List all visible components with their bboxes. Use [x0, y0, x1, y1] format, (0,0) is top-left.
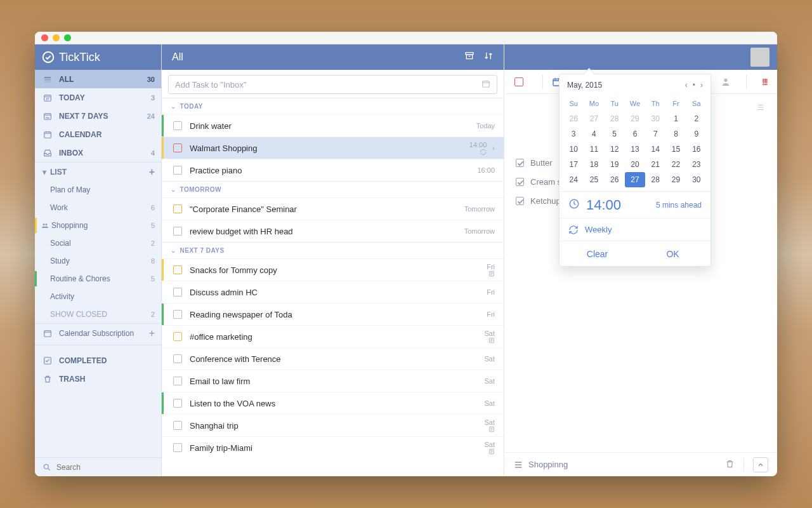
task-section-header[interactable]: ⌄NEXT 7 DAYS: [162, 242, 504, 258]
task-row[interactable]: Drink waterToday: [162, 114, 504, 137]
subtask-checkbox[interactable]: [516, 178, 524, 186]
sidebar-item-calendar[interactable]: CALENDAR: [35, 125, 161, 144]
next-month-button[interactable]: ›: [700, 81, 703, 90]
calendar-day[interactable]: 26: [605, 172, 625, 187]
calendar-day[interactable]: 1: [665, 111, 686, 126]
calendar-day[interactable]: 4: [584, 126, 604, 142]
detail-list-name[interactable]: Shoppinng: [528, 460, 568, 469]
add-task-input[interactable]: Add Task to "Inbox": [168, 75, 497, 94]
task-row[interactable]: Walmart Shopping14:00›: [162, 137, 504, 159]
task-section-header[interactable]: ⌄TOMORROW: [162, 181, 504, 197]
reminder-ahead[interactable]: 5 mins ahead: [656, 201, 702, 210]
window-close-button[interactable]: [41, 34, 48, 41]
sidebar-trash[interactable]: TRASH: [35, 370, 161, 388]
calendar-day[interactable]: 28: [645, 172, 665, 187]
task-checkbox[interactable]: [173, 399, 182, 408]
time-row[interactable]: 14:00 5 mins ahead: [560, 191, 710, 218]
task-row[interactable]: Snacks for Tommy copyFri: [162, 258, 504, 281]
calendar-day[interactable]: 27: [625, 172, 645, 187]
task-section-header[interactable]: ⌄TODAY: [162, 98, 504, 114]
detail-checkbox[interactable]: [514, 77, 523, 86]
prev-month-button[interactable]: ‹: [685, 81, 688, 90]
task-row[interactable]: Email to law firmSat: [162, 370, 504, 392]
sidebar-item-all[interactable]: ALL30: [35, 70, 161, 88]
sidebar-list-shoppinng[interactable]: Shoppinng5: [35, 217, 161, 234]
add-list-button[interactable]: +: [149, 166, 155, 178]
task-row[interactable]: Reading newspaper of TodaFri: [162, 303, 504, 325]
lines-icon[interactable]: [756, 103, 766, 114]
sidebar-list-social[interactable]: Social2: [35, 234, 161, 252]
sidebar-item-inbox[interactable]: INBOX4: [35, 144, 161, 162]
task-row[interactable]: review budget with HR headTomorrow: [162, 220, 504, 242]
sidebar-item-today[interactable]: 27TODAY3: [35, 88, 161, 107]
calendar-day[interactable]: 20: [625, 157, 645, 172]
calendar-day[interactable]: 17: [563, 157, 584, 172]
task-row[interactable]: Conference with TerenceSat: [162, 347, 504, 370]
calendar-day[interactable]: 5: [605, 126, 625, 142]
calendar-day[interactable]: 26: [563, 111, 584, 126]
task-checkbox[interactable]: [173, 377, 182, 385]
sidebar-list-plan-of-may[interactable]: Plan of May: [35, 181, 161, 199]
calendar-day[interactable]: 9: [686, 126, 707, 142]
window-maximize-button[interactable]: [64, 34, 71, 41]
user-avatar[interactable]: [750, 48, 769, 67]
calendar-day[interactable]: 14: [645, 142, 665, 157]
task-row[interactable]: Family trip-MiamiSat: [162, 436, 504, 458]
task-row[interactable]: Listen to the VOA newsSat: [162, 392, 504, 414]
search-input[interactable]: [56, 463, 152, 472]
task-row[interactable]: Discuss admin HCFri: [162, 281, 504, 303]
calendar-day[interactable]: 15: [665, 142, 686, 157]
calendar-day[interactable]: 16: [686, 142, 707, 157]
today-dot-button[interactable]: •: [693, 81, 695, 90]
task-row[interactable]: Practice piano16:00: [162, 159, 504, 181]
calendar-day[interactable]: 21: [645, 157, 665, 172]
calendar-day[interactable]: 13: [625, 142, 645, 157]
calendar-day[interactable]: 18: [584, 157, 604, 172]
time-value[interactable]: 14:00: [586, 197, 621, 213]
task-row[interactable]: Shanghai tripSat: [162, 414, 504, 436]
calendar-day[interactable]: 11: [584, 142, 604, 157]
sidebar-list-show-closed[interactable]: SHOW CLOSED2: [35, 305, 161, 323]
subtask-checkbox[interactable]: [516, 197, 524, 205]
repeat-row[interactable]: Weekly: [560, 218, 710, 241]
calendar-day[interactable]: 28: [605, 111, 625, 126]
sidebar-list-study[interactable]: Study8: [35, 252, 161, 270]
sidebar-search[interactable]: [35, 457, 161, 476]
assignee-icon[interactable]: [721, 77, 731, 87]
calendar-day[interactable]: 7: [645, 126, 665, 142]
subtask-checkbox[interactable]: [516, 159, 524, 167]
task-row[interactable]: #office marketingSat: [162, 325, 504, 347]
calendar-day[interactable]: 3: [563, 126, 584, 142]
calendar-day[interactable]: 10: [563, 142, 584, 157]
trash-icon[interactable]: [725, 459, 735, 471]
sort-icon[interactable]: [483, 51, 494, 64]
sidebar-calsub[interactable]: Calendar Subscription +: [35, 323, 161, 342]
task-checkbox[interactable]: [173, 421, 182, 430]
sidebar-list-routine-chores[interactable]: Routine & Chores5: [35, 270, 161, 288]
calendar-day[interactable]: 29: [665, 172, 686, 187]
calendar-day[interactable]: 12: [605, 142, 625, 157]
calendar-day[interactable]: 6: [625, 126, 645, 142]
calendar-day[interactable]: 30: [645, 111, 665, 126]
calendar-day[interactable]: 23: [686, 157, 707, 172]
archive-icon[interactable]: [464, 51, 475, 64]
sidebar-list-header[interactable]: ▾ LIST +: [35, 162, 161, 181]
task-checkbox[interactable]: [173, 265, 182, 274]
ok-button[interactable]: OK: [635, 241, 710, 266]
sidebar-list-work[interactable]: Work6: [35, 199, 161, 217]
task-checkbox[interactable]: [173, 204, 182, 213]
task-checkbox[interactable]: [173, 332, 182, 341]
calendar-day[interactable]: 27: [584, 111, 604, 126]
calendar-day[interactable]: 30: [686, 172, 707, 187]
calendar-day[interactable]: 24: [563, 172, 584, 187]
calendar-small-icon[interactable]: [481, 79, 490, 90]
window-minimize-button[interactable]: [53, 34, 60, 41]
task-checkbox[interactable]: [173, 310, 182, 319]
sidebar-completed[interactable]: COMPLETED: [35, 351, 161, 370]
calendar-day[interactable]: 22: [665, 157, 686, 172]
calendar-day[interactable]: 29: [625, 111, 645, 126]
task-row[interactable]: "Corporate Finance" SeminarTomorrow: [162, 197, 504, 220]
task-checkbox[interactable]: [173, 121, 182, 130]
task-checkbox[interactable]: [173, 288, 182, 297]
task-checkbox[interactable]: [173, 227, 182, 236]
